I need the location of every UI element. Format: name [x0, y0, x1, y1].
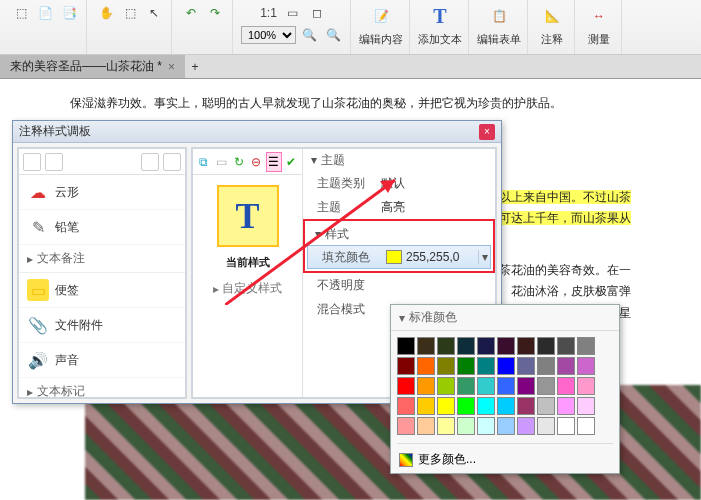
style-item-cloud[interactable]: ☁云形: [19, 175, 185, 210]
delete-icon[interactable]: ⊖: [249, 152, 265, 172]
edit-content-icon[interactable]: 📝: [365, 2, 397, 30]
color-cell[interactable]: [417, 337, 435, 355]
tool-icon[interactable]: ⧉: [196, 152, 212, 172]
prop-value[interactable]: 高亮: [381, 199, 495, 216]
color-cell[interactable]: [557, 397, 575, 415]
style-item-pencil[interactable]: ✎铅笔: [19, 210, 185, 245]
edit-form-icon[interactable]: 📋: [483, 2, 515, 30]
annotate-label: 注释: [541, 32, 563, 47]
color-cell[interactable]: [517, 337, 535, 355]
color-cell[interactable]: [557, 357, 575, 375]
color-cell[interactable]: [397, 377, 415, 395]
color-cell[interactable]: [417, 377, 435, 395]
color-cell[interactable]: [417, 417, 435, 435]
custom-style-label[interactable]: ▸自定义样式: [213, 280, 282, 297]
fill-color-row[interactable]: 填充颜色255,255,0▾: [307, 245, 491, 269]
color-cell[interactable]: [397, 417, 415, 435]
color-cell[interactable]: [537, 357, 555, 375]
zoom-out-icon[interactable]: 🔍: [298, 24, 320, 46]
color-cell[interactable]: [497, 417, 515, 435]
close-icon[interactable]: ×: [479, 124, 495, 140]
color-cell[interactable]: [577, 357, 595, 375]
color-cell[interactable]: [557, 377, 575, 395]
color-cell[interactable]: [517, 397, 535, 415]
color-cell[interactable]: [497, 357, 515, 375]
color-cell[interactable]: [557, 337, 575, 355]
select-icon[interactable]: ⬚: [119, 2, 141, 24]
zoom-select[interactable]: 100%: [241, 26, 296, 44]
ribbon-icon[interactable]: 📄: [34, 2, 56, 24]
color-cell[interactable]: [477, 417, 495, 435]
color-cell[interactable]: [497, 397, 515, 415]
color-cell[interactable]: [477, 377, 495, 395]
annotate-icon[interactable]: 📐: [536, 2, 568, 30]
color-cell[interactable]: [517, 417, 535, 435]
tool-button[interactable]: [45, 153, 63, 171]
fit-icon[interactable]: 1:1: [258, 2, 280, 24]
dropdown-icon[interactable]: ▾: [478, 250, 490, 264]
color-cell[interactable]: [397, 357, 415, 375]
color-cell[interactable]: [397, 337, 415, 355]
style-item-note[interactable]: ▭便签: [19, 273, 185, 308]
color-cell[interactable]: [577, 417, 595, 435]
color-cell[interactable]: [537, 417, 555, 435]
rotate-right-icon[interactable]: ↷: [204, 2, 226, 24]
color-cell[interactable]: [477, 357, 495, 375]
color-cell[interactable]: [577, 337, 595, 355]
color-cell[interactable]: [517, 357, 535, 375]
fit-icon[interactable]: ▭: [282, 2, 304, 24]
color-cell[interactable]: [537, 377, 555, 395]
color-cell[interactable]: [537, 397, 555, 415]
color-cell[interactable]: [517, 377, 535, 395]
color-cell[interactable]: [457, 397, 475, 415]
document-tab[interactable]: 来的美容圣品——山茶花油 *×: [0, 55, 185, 78]
props-section-style[interactable]: ▾样式: [307, 223, 491, 245]
list-icon[interactable]: ☰: [266, 152, 282, 172]
zoom-in-icon[interactable]: 🔍: [322, 24, 344, 46]
hand-icon[interactable]: ✋: [95, 2, 117, 24]
prop-value[interactable]: 默认: [381, 175, 495, 192]
refresh-icon[interactable]: ↻: [231, 152, 247, 172]
color-cell[interactable]: [437, 357, 455, 375]
color-cell[interactable]: [437, 377, 455, 395]
color-cell[interactable]: [397, 397, 415, 415]
color-cell[interactable]: [577, 397, 595, 415]
color-cell[interactable]: [497, 337, 515, 355]
check-icon[interactable]: ✔: [284, 152, 300, 172]
color-cell[interactable]: [437, 337, 455, 355]
tool-button[interactable]: [141, 153, 159, 171]
style-item-attachment[interactable]: 📎文件附件: [19, 308, 185, 343]
tool-button[interactable]: [163, 153, 181, 171]
add-tab-button[interactable]: +: [185, 55, 205, 78]
ribbon-icon[interactable]: 📑: [58, 2, 80, 24]
color-cell[interactable]: [437, 397, 455, 415]
color-cell[interactable]: [437, 417, 455, 435]
add-text-icon[interactable]: T: [424, 2, 456, 30]
color-cell[interactable]: [417, 397, 435, 415]
color-cell[interactable]: [497, 377, 515, 395]
style-item-sound[interactable]: 🔊声音: [19, 343, 185, 378]
more-colors-button[interactable]: 更多颜色...: [391, 446, 619, 473]
rotate-left-icon[interactable]: ↶: [180, 2, 202, 24]
ribbon-icon[interactable]: ⬚: [10, 2, 32, 24]
color-cell[interactable]: [577, 377, 595, 395]
cursor-icon[interactable]: ↖: [143, 2, 165, 24]
color-cell[interactable]: [477, 397, 495, 415]
color-cell[interactable]: [457, 417, 475, 435]
props-section-subject[interactable]: ▾主题: [303, 149, 495, 171]
color-cell[interactable]: [457, 337, 475, 355]
color-cell[interactable]: [457, 357, 475, 375]
measure-icon[interactable]: ↔: [583, 2, 615, 30]
color-cell[interactable]: [417, 357, 435, 375]
color-swatch: [386, 250, 402, 264]
tool-button[interactable]: [23, 153, 41, 171]
style-category[interactable]: ▸文本标记: [19, 378, 185, 397]
color-cell[interactable]: [537, 337, 555, 355]
color-cell[interactable]: [457, 377, 475, 395]
close-icon[interactable]: ×: [168, 60, 175, 74]
style-category[interactable]: ▸文本备注: [19, 245, 185, 273]
color-cell[interactable]: [477, 337, 495, 355]
fit-icon[interactable]: ◻: [306, 2, 328, 24]
color-cell[interactable]: [557, 417, 575, 435]
tool-icon[interactable]: ▭: [214, 152, 230, 172]
